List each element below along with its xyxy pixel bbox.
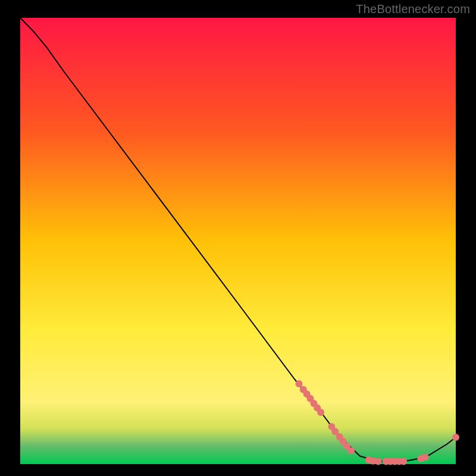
- scatter-point: [422, 454, 429, 461]
- chart-container: TheBottlenecker.com: [0, 0, 476, 476]
- scatter-point: [375, 458, 382, 465]
- plot-background: [20, 18, 456, 464]
- attribution-label: TheBottlenecker.com: [356, 2, 470, 16]
- scatter-point: [347, 447, 355, 455]
- scatter-point: [296, 380, 303, 387]
- bottleneck-chart: [0, 0, 476, 476]
- scatter-point: [400, 458, 407, 465]
- scatter-point: [452, 434, 459, 441]
- scatter-point: [317, 409, 324, 416]
